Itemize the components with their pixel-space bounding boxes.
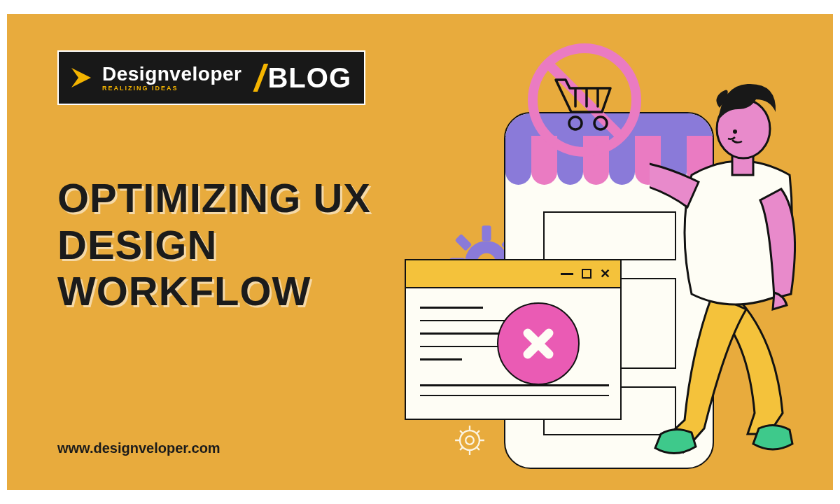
window-maximize-icon xyxy=(582,269,592,279)
brand-logo-badge: Designveloper REALIZING IDEAS / BLOG xyxy=(57,50,365,105)
wireframe-lines xyxy=(420,384,609,405)
page-title: OPTIMIZING UX DESIGN WORKFLOW xyxy=(57,175,371,315)
window-close-icon: ✕ xyxy=(600,266,610,281)
svg-rect-1 xyxy=(482,225,491,241)
gear-icon xyxy=(449,420,490,461)
blog-hero-banner: Designveloper REALIZING IDEAS / BLOG OPT… xyxy=(7,14,833,490)
no-cart-icon xyxy=(525,41,644,160)
title-line-1: OPTIMIZING UX xyxy=(57,175,371,220)
svg-point-11 xyxy=(465,436,474,444)
svg-line-13 xyxy=(549,64,620,136)
brand-name: Designveloper xyxy=(102,64,241,84)
logo-slash: / xyxy=(254,56,265,99)
person-illustration xyxy=(650,70,818,476)
hero-illustration: ✕ xyxy=(385,28,812,476)
title-line-3: WORKFLOW xyxy=(57,268,311,314)
title-line-2: DESIGN xyxy=(57,222,217,267)
logo-arrow-icon xyxy=(67,64,95,92)
window-titlebar: ✕ xyxy=(406,260,620,288)
window-minimize-icon xyxy=(561,273,573,275)
error-popup-window: ✕ xyxy=(405,259,622,420)
svg-point-18 xyxy=(733,130,737,134)
logo-blog-label: BLOG xyxy=(267,62,351,94)
error-x-icon xyxy=(497,302,580,385)
logo-text: Designveloper REALIZING IDEAS xyxy=(102,64,241,92)
brand-tagline: REALIZING IDEAS xyxy=(102,85,241,92)
site-url: www.designveloper.com xyxy=(57,440,220,456)
svg-point-14 xyxy=(569,117,582,130)
svg-rect-5 xyxy=(455,234,472,251)
